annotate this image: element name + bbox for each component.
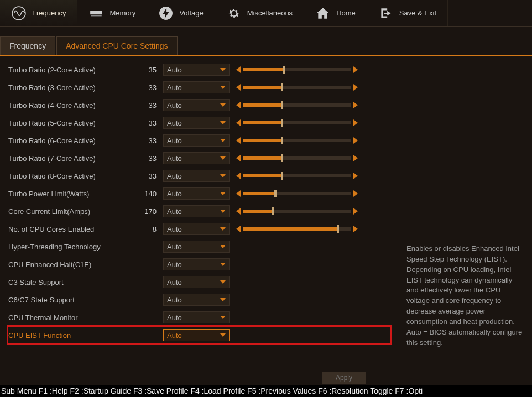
nav-home[interactable]: Home	[304, 0, 367, 26]
slider-decrease-icon[interactable]	[236, 155, 241, 161]
nav-voltage[interactable]: Voltage	[147, 0, 215, 26]
slider-decrease-icon[interactable]	[236, 119, 241, 126]
slider-thumb[interactable]	[272, 207, 274, 215]
setting-dropdown[interactable]: Auto	[163, 134, 230, 147]
slider-thumb[interactable]	[281, 172, 283, 180]
slider-thumb[interactable]	[337, 225, 339, 233]
voltage-bolt-icon	[158, 6, 174, 21]
nav-memory[interactable]: Memory	[77, 0, 147, 26]
setting-slider[interactable]	[236, 173, 358, 179]
slider-track[interactable]	[243, 86, 351, 89]
setting-label: Turbo Ratio (5-Core Active)	[8, 119, 135, 127]
slider-increase-icon[interactable]	[353, 226, 358, 232]
slider-track[interactable]	[243, 121, 351, 124]
slider-track[interactable]	[243, 103, 351, 107]
slider-decrease-icon[interactable]	[236, 66, 241, 73]
setting-slider[interactable]	[236, 66, 358, 73]
setting-value: 33	[135, 119, 163, 127]
slider-thumb[interactable]	[281, 83, 283, 91]
setting-dropdown[interactable]: Auto	[163, 241, 230, 253]
slider-fill	[243, 174, 282, 177]
chevron-down-icon	[220, 86, 226, 89]
slider-increase-icon[interactable]	[353, 84, 358, 91]
slider-thumb[interactable]	[283, 66, 285, 74]
slider-track[interactable]	[243, 174, 351, 177]
setting-dropdown[interactable]: Auto	[163, 99, 230, 111]
setting-dropdown[interactable]: Auto	[163, 223, 230, 235]
setting-value: 140	[135, 190, 163, 198]
setting-slider[interactable]	[236, 190, 358, 197]
slider-increase-icon[interactable]	[353, 155, 358, 161]
setting-dropdown[interactable]: Auto	[163, 329, 230, 341]
setting-dropdown[interactable]: Auto	[163, 64, 230, 76]
setting-value: 33	[135, 101, 163, 109]
slider-increase-icon[interactable]	[353, 208, 358, 215]
chevron-down-icon	[220, 103, 226, 107]
gear-icon	[226, 6, 242, 21]
setting-slider[interactable]	[236, 119, 358, 126]
setting-dropdown[interactable]: Auto	[163, 170, 230, 182]
setting-dropdown[interactable]: Auto	[163, 311, 230, 323]
slider-track[interactable]	[243, 192, 351, 195]
setting-dropdown[interactable]: Auto	[163, 81, 230, 93]
nav-save-exit[interactable]: Save & Exit	[367, 0, 448, 26]
setting-value: 33	[135, 83, 163, 92]
slider-track[interactable]	[243, 68, 351, 71]
setting-dropdown[interactable]: Auto	[163, 187, 230, 200]
slider-track[interactable]	[243, 139, 351, 142]
slider-decrease-icon[interactable]	[236, 226, 241, 232]
setting-row: Turbo Power Limit(Watts)140Auto	[8, 185, 390, 202]
help-panel: Enables or disables Enhanced Intel Speed…	[390, 61, 524, 348]
setting-dropdown[interactable]: Auto	[163, 294, 230, 306]
setting-dropdown[interactable]: Auto	[163, 258, 230, 270]
slider-decrease-icon[interactable]	[236, 190, 241, 197]
setting-row: Hyper-Threading TechnologyAuto	[8, 238, 390, 255]
apply-button[interactable]: Apply	[322, 372, 366, 384]
slider-decrease-icon[interactable]	[236, 102, 241, 108]
slider-thumb[interactable]	[281, 101, 283, 109]
slider-increase-icon[interactable]	[353, 102, 358, 108]
setting-dropdown[interactable]: Auto	[163, 205, 230, 217]
setting-slider[interactable]	[236, 226, 358, 232]
slider-track[interactable]	[243, 227, 351, 231]
slider-decrease-icon[interactable]	[236, 173, 241, 179]
setting-label: Turbo Ratio (2-Core Active)	[8, 66, 135, 74]
setting-slider[interactable]	[236, 84, 358, 91]
dropdown-value: Auto	[167, 260, 182, 269]
setting-dropdown[interactable]: Auto	[163, 152, 230, 164]
tab-advanced-cpu[interactable]: Advanced CPU Core Settings	[56, 36, 177, 55]
dropdown-value: Auto	[167, 172, 182, 180]
slider-fill	[243, 210, 273, 213]
setting-label: Turbo Ratio (8-Core Active)	[8, 172, 135, 180]
nav-label: Save & Exit	[399, 9, 436, 17]
slider-increase-icon[interactable]	[353, 190, 358, 197]
slider-track[interactable]	[243, 210, 351, 213]
setting-row: C6/C7 State SupportAuto	[8, 291, 390, 308]
setting-dropdown[interactable]: Auto	[163, 276, 230, 288]
setting-row: Turbo Ratio (8-Core Active)33Auto	[8, 168, 390, 184]
setting-slider[interactable]	[236, 208, 358, 215]
slider-track[interactable]	[243, 156, 351, 160]
slider-decrease-icon[interactable]	[236, 84, 241, 91]
slider-decrease-icon[interactable]	[236, 208, 241, 215]
slider-increase-icon[interactable]	[353, 137, 358, 144]
slider-decrease-icon[interactable]	[236, 137, 241, 144]
setting-dropdown[interactable]: Auto	[163, 117, 230, 129]
slider-thumb[interactable]	[281, 137, 283, 144]
tab-frequency[interactable]: Frequency	[0, 36, 55, 55]
slider-thumb[interactable]	[274, 190, 277, 197]
setting-slider[interactable]	[236, 102, 358, 108]
slider-increase-icon[interactable]	[353, 66, 358, 73]
nav-frequency[interactable]: Frequency	[0, 0, 77, 26]
slider-increase-icon[interactable]	[353, 119, 358, 126]
chevron-down-icon	[220, 139, 226, 142]
setting-slider[interactable]	[236, 155, 358, 161]
setting-value: 33	[135, 172, 163, 180]
chevron-down-icon	[220, 156, 226, 160]
nav-miscellaneous[interactable]: Miscellaneous	[215, 0, 304, 26]
setting-row: Turbo Ratio (6-Core Active)33Auto	[8, 132, 390, 149]
slider-thumb[interactable]	[281, 119, 283, 127]
slider-thumb[interactable]	[281, 154, 283, 162]
slider-increase-icon[interactable]	[353, 173, 358, 179]
setting-slider[interactable]	[236, 137, 358, 144]
